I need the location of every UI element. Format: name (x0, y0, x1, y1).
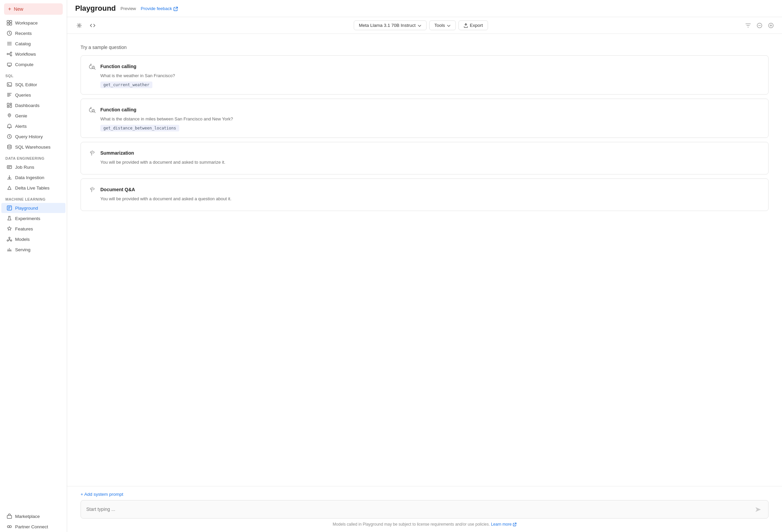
sidebar-item-features[interactable]: Features (1, 224, 65, 234)
sidebar-item-delta-live-tables[interactable]: Delta Live Tables (1, 183, 65, 193)
plus-button[interactable] (767, 21, 775, 30)
sidebar-item-label: Dashboards (15, 103, 40, 108)
card-header: Function calling (87, 62, 761, 71)
sidebar-item-label: Models (15, 237, 30, 242)
card-type: Document Q&A (100, 187, 135, 192)
sidebar-item-recents[interactable]: Recents (1, 28, 65, 38)
export-icon (463, 23, 468, 28)
settings-icon (76, 23, 82, 28)
sidebar-item-sql-editor[interactable]: SQL Editor (1, 79, 65, 89)
add-system-prompt-button[interactable]: + Add system prompt (80, 492, 123, 497)
sidebar-item-job-runs[interactable]: Job Runs (1, 162, 65, 172)
sidebar-item-workspace[interactable]: Workspace (1, 18, 65, 28)
query-history-icon (7, 134, 12, 139)
model-selector[interactable]: Meta Llama 3.1 70B Instruct (354, 21, 427, 30)
sample-question-label: Try a sample question (80, 45, 769, 50)
ml-section-label: Machine Learning (0, 193, 67, 202)
sidebar-item-genie[interactable]: Genie (1, 111, 65, 121)
card-description: What is the distance in miles between Sa… (100, 116, 761, 121)
compute-icon (7, 62, 12, 67)
tools-button[interactable]: Tools (429, 21, 456, 30)
add-system-prompt-label: + Add system prompt (80, 492, 123, 497)
feedback-link[interactable]: Provide feeback (141, 6, 178, 11)
svg-rect-2 (7, 23, 9, 25)
sidebar-item-alerts[interactable]: Alerts (1, 121, 65, 131)
sidebar-item-label: Experiments (15, 216, 40, 221)
card-description: What is the weather in San Francisco? (100, 73, 761, 78)
svg-rect-16 (7, 166, 12, 169)
export-label: Export (470, 23, 483, 28)
svg-rect-0 (7, 21, 9, 23)
sql-section-label: SQL (0, 70, 67, 79)
svg-rect-12 (10, 105, 12, 108)
features-icon (7, 226, 12, 231)
svg-point-24 (78, 25, 80, 27)
sample-card-function-calling-2[interactable]: Function calling What is the distance in… (80, 99, 769, 138)
sample-card-summarization[interactable]: Summarization You will be provided with … (80, 142, 769, 175)
card-type: Function calling (100, 107, 136, 112)
external-link-icon (174, 6, 178, 11)
svg-rect-21 (7, 516, 12, 519)
sidebar-item-label: Partner Connect (15, 524, 48, 529)
sidebar-item-queries[interactable]: Queries (1, 90, 65, 100)
chevron-down-icon (418, 23, 422, 28)
card-description: You will be provided with a document and… (100, 160, 761, 165)
card-header: Summarization (87, 148, 761, 158)
main-content: Try a sample question Function calling W… (67, 34, 782, 486)
sidebar-item-catalog[interactable]: Catalog (1, 39, 65, 49)
serving-icon (7, 247, 12, 252)
footer-note: Models called in Playground may be subje… (80, 522, 769, 527)
code-button[interactable] (87, 21, 98, 30)
sidebar-item-label: Queries (15, 92, 31, 98)
sidebar-item-compute[interactable]: Compute (1, 60, 65, 69)
document-qa-icon (87, 185, 97, 194)
sample-card-document-qa[interactable]: Document Q&A You will be provided with a… (80, 179, 769, 211)
sidebar-item-dashboards[interactable]: Dashboards (1, 100, 65, 110)
new-button[interactable]: + New (4, 3, 63, 15)
sidebar-item-partner-connect[interactable]: Partner Connect (1, 522, 65, 532)
dashboards-icon (7, 103, 12, 108)
sidebar-item-sql-warehouses[interactable]: SQL Warehouses (1, 142, 65, 152)
send-button[interactable] (753, 504, 763, 514)
sidebar-item-experiments[interactable]: Experiments (1, 213, 65, 223)
card-description: You will be provided with a document and… (100, 196, 761, 201)
sidebar-item-marketplace[interactable]: Marketplace (1, 511, 65, 521)
job-runs-icon (7, 164, 12, 170)
sidebar-item-playground[interactable]: Playground (1, 203, 65, 213)
minus-button[interactable] (755, 21, 764, 30)
feedback-label: Provide feeback (141, 6, 172, 11)
bottom-nav-items: Marketplace Partner Connect (0, 505, 67, 532)
sidebar-item-label: Workspace (15, 21, 38, 26)
sidebar-item-label: Alerts (15, 124, 27, 129)
svg-point-22 (7, 526, 9, 528)
svg-rect-8 (7, 83, 12, 86)
settings-button[interactable] (74, 21, 84, 30)
playground-icon (7, 205, 12, 211)
catalog-icon (7, 41, 12, 46)
sidebar-item-label: Workflows (15, 52, 36, 57)
sidebar-item-label: Genie (15, 113, 27, 118)
recents-icon (7, 31, 12, 36)
chat-input[interactable] (86, 506, 753, 512)
sidebar-item-label: SQL Editor (15, 82, 37, 87)
data-engineering-section-label: Data Engineering (0, 152, 67, 162)
top-nav-items: Workspace Recents Catalog Workflows Comp… (0, 17, 67, 70)
svg-rect-1 (10, 21, 12, 23)
sidebar-item-label: Delta Live Tables (15, 186, 50, 191)
experiments-icon (7, 216, 12, 221)
card-tag: get_distance_between_locations (100, 125, 179, 131)
model-label: Meta Llama 3.1 70B Instruct (359, 23, 416, 28)
sidebar-item-query-history[interactable]: Query History (1, 131, 65, 142)
learn-more-link[interactable]: Learn more (491, 522, 517, 527)
sidebar-item-workflows[interactable]: Workflows (1, 49, 65, 59)
filter-button[interactable] (744, 21, 752, 30)
svg-rect-9 (7, 103, 9, 106)
sample-card-function-calling-1[interactable]: Function calling What is the weather in … (80, 55, 769, 94)
export-button[interactable]: Export (458, 21, 488, 30)
sidebar-item-models[interactable]: Models (1, 234, 65, 244)
sidebar-item-serving[interactable]: Serving (1, 244, 65, 255)
sidebar-item-label: Recents (15, 31, 32, 36)
sidebar-item-data-ingestion[interactable]: Data Ingestion (1, 173, 65, 183)
sidebar-item-label: Catalog (15, 41, 31, 46)
function-calling-icon (87, 62, 97, 71)
